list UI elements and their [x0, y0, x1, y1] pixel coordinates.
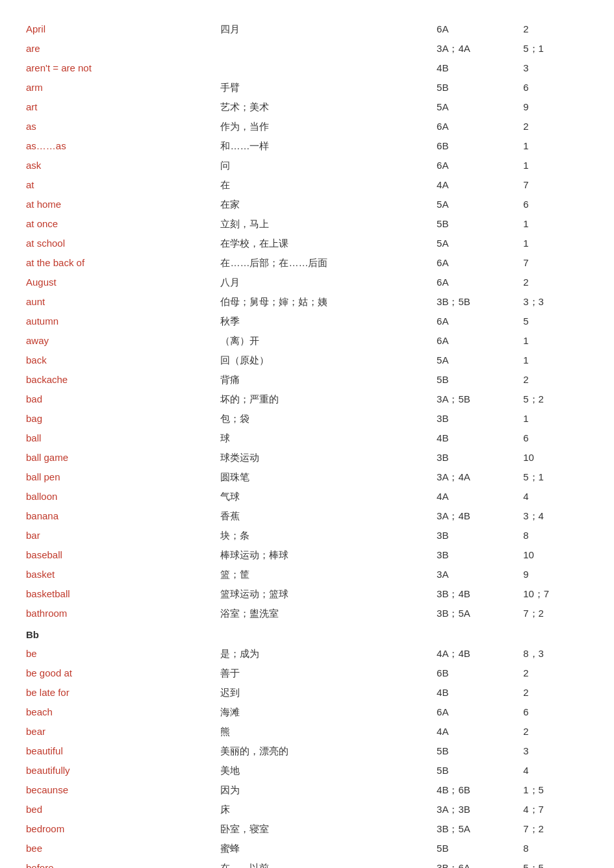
- word-unit: 4B: [437, 428, 523, 448]
- word-lesson: 1: [523, 331, 588, 351]
- word-chinese: 在……以前: [220, 858, 437, 868]
- word-chinese: 手臂: [220, 78, 437, 97]
- word-chinese: 因为: [220, 780, 437, 800]
- word-unit: 5B: [437, 761, 523, 780]
- word-lesson: 9: [523, 97, 588, 117]
- word-chinese: 浴室；盥洗室: [220, 604, 437, 623]
- word-lesson: 6: [523, 195, 588, 214]
- word-unit: 6A: [437, 312, 523, 331]
- table-row: bar块；条3B8: [26, 526, 588, 545]
- word-chinese: 块；条: [220, 526, 437, 545]
- word-english: bee: [26, 839, 220, 858]
- word-lesson: 5: [523, 312, 588, 331]
- word-unit: 6A: [437, 273, 523, 292]
- table-row: are3A；4A5；1: [26, 39, 588, 58]
- table-row: before在……以前3B；6A5；5: [26, 858, 588, 868]
- word-english: bathroom: [26, 604, 220, 623]
- table-row: be good at善于6B2: [26, 663, 588, 683]
- table-row: balloon气球4A4: [26, 487, 588, 506]
- word-unit: 3B；5B: [437, 292, 523, 312]
- table-row: autumn秋季6A5: [26, 312, 588, 331]
- word-lesson: 8: [523, 839, 588, 858]
- word-chinese: 八月: [220, 273, 437, 292]
- word-english: at: [26, 175, 220, 195]
- table-row: at school在学校，在上课5A1: [26, 234, 588, 253]
- word-chinese: 秋季: [220, 312, 437, 331]
- word-chinese: 棒球运动；棒球: [220, 545, 437, 565]
- word-chinese: [220, 58, 437, 78]
- word-lesson: 6: [523, 702, 588, 722]
- word-unit: 6A: [437, 19, 523, 39]
- word-lesson: 1；5: [523, 780, 588, 800]
- word-lesson: 1: [523, 409, 588, 428]
- word-unit: 3A；4A: [437, 467, 523, 487]
- table-row: backache背痛5B2: [26, 370, 588, 390]
- table-row: beautiful美丽的，漂亮的5B3: [26, 741, 588, 761]
- word-english: balloon: [26, 487, 220, 506]
- table-row: be late for迟到4B2: [26, 683, 588, 702]
- word-chinese: 篮；筐: [220, 565, 437, 584]
- word-chinese: 是；成为: [220, 644, 437, 663]
- word-lesson: 10: [523, 545, 588, 565]
- word-english: as: [26, 117, 220, 136]
- word-english: beautiful: [26, 741, 220, 761]
- word-unit: 3A；3B: [437, 800, 523, 819]
- table-row: at home在家5A6: [26, 195, 588, 214]
- word-lesson: 5；1: [523, 467, 588, 487]
- word-english: bear: [26, 722, 220, 741]
- word-chinese: 蜜蜂: [220, 839, 437, 858]
- word-english: at once: [26, 214, 220, 234]
- word-english: aren't = are not: [26, 58, 220, 78]
- word-unit: 5A: [437, 195, 523, 214]
- table-row: basket篮；筐3A9: [26, 565, 588, 584]
- word-unit: 3B；4B: [437, 584, 523, 604]
- table-row: back回（原处）5A1: [26, 351, 588, 370]
- table-row: aunt伯母；舅母；婶；姑；姨3B；5B3；3: [26, 292, 588, 312]
- word-english: be late for: [26, 683, 220, 702]
- word-english: art: [26, 97, 220, 117]
- word-english: autumn: [26, 312, 220, 331]
- word-english: beautifully: [26, 761, 220, 780]
- word-english: at school: [26, 234, 220, 253]
- word-lesson: 2: [523, 722, 588, 741]
- word-unit: 4A: [437, 487, 523, 506]
- word-english: be: [26, 644, 220, 663]
- word-chinese: （离）开: [220, 331, 437, 351]
- word-chinese: 回（原处）: [220, 351, 437, 370]
- word-english: bad: [26, 390, 220, 409]
- word-chinese: 床: [220, 800, 437, 819]
- word-english: as……as: [26, 136, 220, 156]
- word-english: ask: [26, 156, 220, 175]
- word-chinese: 四月: [220, 19, 437, 39]
- word-lesson: 1: [523, 351, 588, 370]
- table-row: as……as和……一样6B1: [26, 136, 588, 156]
- word-lesson: 3；3: [523, 292, 588, 312]
- table-row: art艺术；美术5A9: [26, 97, 588, 117]
- word-unit: 3B: [437, 545, 523, 565]
- word-unit: 5B: [437, 741, 523, 761]
- table-row: ball game球类运动3B10: [26, 448, 588, 467]
- word-chinese: [220, 39, 437, 58]
- word-chinese: 球: [220, 428, 437, 448]
- table-row: becaunse因为4B；6B1；5: [26, 780, 588, 800]
- word-unit: 3A；4B: [437, 506, 523, 526]
- word-chinese: 立刻，马上: [220, 214, 437, 234]
- word-lesson: 1: [523, 214, 588, 234]
- word-english: back: [26, 351, 220, 370]
- word-lesson: 2: [523, 19, 588, 39]
- word-lesson: 8: [523, 526, 588, 545]
- word-chinese: 伯母；舅母；婶；姑；姨: [220, 292, 437, 312]
- word-english: becaunse: [26, 780, 220, 800]
- word-lesson: 2: [523, 273, 588, 292]
- word-lesson: 4: [523, 761, 588, 780]
- word-chinese: 和……一样: [220, 136, 437, 156]
- word-unit: 5B: [437, 839, 523, 858]
- word-unit: 6A: [437, 331, 523, 351]
- word-english: be good at: [26, 663, 220, 683]
- word-lesson: 5；2: [523, 390, 588, 409]
- word-lesson: 6: [523, 78, 588, 97]
- word-chinese: 艺术；美术: [220, 97, 437, 117]
- word-lesson: 5；5: [523, 858, 588, 868]
- table-row: ask问6A1: [26, 156, 588, 175]
- word-unit: 3B；5A: [437, 604, 523, 623]
